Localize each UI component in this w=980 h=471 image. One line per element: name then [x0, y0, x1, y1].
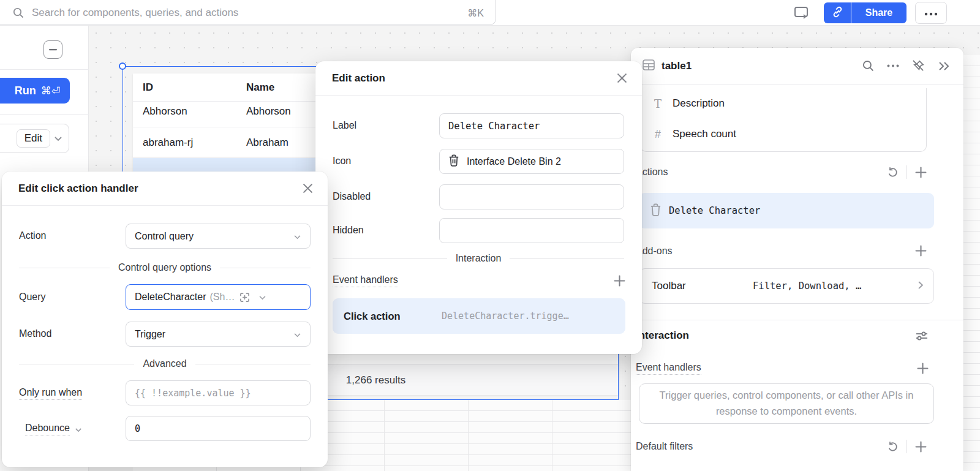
only-run-when-input[interactable]: {{ !!example.value }}	[126, 380, 311, 405]
add-event-handler-button[interactable]	[614, 275, 625, 287]
close-icon[interactable]	[617, 73, 627, 83]
action-field-label: Action	[19, 230, 46, 241]
debounce-input[interactable]: 0	[126, 416, 311, 441]
run-button[interactable]: Run ⌘⏎	[0, 78, 70, 104]
action-select[interactable]: Control query	[126, 224, 311, 249]
close-icon[interactable]	[303, 183, 313, 194]
handler-event-label: Click action	[344, 311, 442, 322]
columns-list: T Description # Speech count	[640, 88, 927, 152]
search-icon[interactable]	[862, 59, 875, 72]
hidden-field[interactable]	[439, 218, 624, 243]
column-item-label: Description	[673, 97, 725, 110]
label-field-label: Label	[333, 120, 356, 131]
chevron-down-icon[interactable]	[54, 133, 62, 144]
interaction-label: Interaction	[636, 330, 689, 342]
ellipsis-icon[interactable]	[887, 64, 899, 67]
add-action-button[interactable]	[915, 167, 927, 178]
label-field-value: Delete Character	[448, 121, 540, 132]
text-type-icon: T	[652, 97, 664, 110]
selection-handle[interactable]	[119, 62, 126, 70]
interaction-section-header: Interaction	[636, 330, 929, 342]
event-handlers-label: Event handlers	[333, 274, 398, 287]
query-select[interactable]: DeleteCharacter (Sh…	[126, 284, 311, 310]
ellipsis-icon	[924, 7, 938, 18]
click-action-handler-row[interactable]: Click action DeleteCharacter.trigge…	[333, 298, 625, 334]
only-run-when-label: Only run when	[19, 387, 82, 400]
action-select-value: Control query	[135, 231, 194, 242]
top-bar: ⌘K Share	[0, 0, 980, 26]
method-select[interactable]: Trigger	[126, 322, 311, 347]
cell-id[interactable]: abraham-rj	[133, 137, 246, 149]
preview-mode-icon[interactable]	[793, 5, 811, 21]
toolbar-addon-row[interactable]: Toolbar Filter, Download, …	[639, 268, 934, 304]
debounce-label-group[interactable]: Debounce	[25, 423, 82, 435]
search-icon	[12, 7, 24, 19]
default-filters-header: Default filters	[636, 440, 927, 453]
hint-text: Trigger queries, control components, or …	[658, 388, 915, 419]
icon-field-label: Icon	[333, 156, 351, 167]
run-shortcut: ⌘⏎	[41, 85, 60, 97]
inspector-panel: table1 T Description	[631, 48, 963, 471]
icon-field-value: Interface Delete Bin 2	[467, 156, 561, 167]
run-button-label: Run	[15, 85, 36, 97]
interaction-section-divider: Interaction	[333, 253, 624, 264]
chevron-down-icon	[293, 231, 301, 242]
modal-title: Edit action	[332, 72, 385, 85]
share-split-button: Share	[824, 2, 907, 23]
more-menu-button[interactable]	[915, 2, 947, 24]
copy-link-button[interactable]	[824, 2, 851, 23]
action-item-delete-character[interactable]: Delete Character	[639, 193, 934, 228]
event-handlers-empty-hint: Trigger queries, control components, or …	[639, 383, 934, 424]
debounce-value: 0	[135, 423, 140, 434]
control-query-options-divider: Control query options	[19, 262, 311, 273]
column-item-label: Speech count	[673, 128, 736, 140]
search-input[interactable]	[32, 7, 460, 19]
chevron-down-icon	[293, 329, 301, 340]
reset-icon[interactable]	[887, 167, 899, 178]
query-select-value: DeleteCharacter	[135, 292, 206, 303]
column-item-speech-count[interactable]: # Speech count	[641, 119, 926, 149]
trash-icon	[448, 154, 459, 169]
event-handlers-label: Event handlers	[636, 362, 701, 375]
reset-icon[interactable]	[887, 441, 899, 452]
icon-field[interactable]: Interface Delete Bin 2	[439, 149, 624, 174]
disabled-field[interactable]	[439, 184, 624, 209]
handler-action-value: DeleteCharacter.trigge…	[442, 311, 569, 322]
jump-to-query-icon[interactable]	[239, 292, 250, 303]
column-item-description[interactable]: T Description	[641, 88, 926, 119]
share-button[interactable]: Share	[851, 2, 907, 23]
disabled-field-label: Disabled	[333, 191, 371, 202]
edit-mode-button[interactable]: Edit	[17, 129, 50, 148]
method-field-label: Method	[19, 328, 51, 339]
section-label: Interaction	[456, 253, 502, 264]
advanced-divider: Advanced	[19, 358, 311, 369]
event-handlers-header: Event handlers	[333, 274, 625, 287]
link-icon	[832, 6, 843, 20]
edit-click-action-handler-modal: Edit click action handler Action Control…	[2, 171, 328, 467]
default-filters-label: Default filters	[636, 441, 693, 452]
unpin-icon[interactable]	[911, 59, 925, 73]
component-name: table1	[662, 60, 862, 72]
add-event-handler-button[interactable]	[917, 363, 929, 374]
query-select-hint: (Sh…	[210, 292, 235, 303]
column-header-id[interactable]: ID	[133, 81, 246, 94]
label-field[interactable]: Delete Character	[439, 113, 624, 138]
table-component-icon	[642, 58, 655, 74]
toolbar-value: Filter, Download, …	[753, 281, 918, 292]
cell-id[interactable]: Abhorson	[133, 105, 246, 118]
app-editor: ID Name Abhorson Abhorson abraham-rj Abr…	[0, 0, 980, 471]
section-label: Advanced	[143, 358, 186, 369]
sliders-icon[interactable]	[915, 330, 929, 342]
action-item-label: Delete Character	[669, 205, 760, 216]
collapse-right-icon[interactable]	[938, 61, 950, 71]
share-button-label: Share	[865, 7, 892, 18]
hidden-field-label: Hidden	[333, 225, 364, 236]
search-shortcut: ⌘K	[467, 7, 484, 19]
add-filter-button[interactable]	[915, 441, 927, 453]
add-addon-button[interactable]	[915, 245, 927, 257]
chevron-down-icon	[75, 424, 82, 435]
collapse-panel-button[interactable]	[43, 40, 62, 59]
spreadsheet-grid-sliver	[963, 55, 980, 471]
method-select-value: Trigger	[135, 329, 165, 340]
results-count: 1,266 results	[346, 374, 405, 386]
